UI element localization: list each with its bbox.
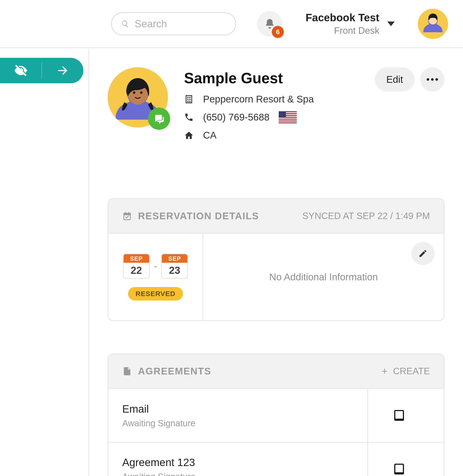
phone-line: (650) 769-5688 bbox=[184, 111, 359, 123]
reservation-card-header: RESERVATION DETAILS SYNCED AT SEP 22 / 1… bbox=[108, 199, 444, 234]
us-flag-icon bbox=[279, 111, 297, 123]
chat-icon bbox=[153, 113, 165, 124]
search-icon bbox=[121, 19, 129, 28]
tablet-icon bbox=[393, 409, 406, 422]
search-box[interactable] bbox=[111, 12, 236, 35]
profile-actions: Edit bbox=[375, 67, 445, 92]
synced-text: SYNCED AT SEP 22 / 1:49 PM bbox=[302, 211, 430, 221]
agreement-title: Agreement 123 bbox=[122, 456, 367, 469]
chevron-down-icon bbox=[387, 22, 395, 26]
date-separator: - bbox=[154, 261, 157, 271]
agreement-device-button[interactable] bbox=[367, 443, 430, 476]
chat-button[interactable] bbox=[148, 108, 170, 130]
profile-header: Sample Guest Peppercorn Resort & Spa (65… bbox=[108, 67, 445, 147]
notifications-button[interactable]: 6 bbox=[257, 11, 282, 36]
calendar-check-icon bbox=[122, 211, 132, 221]
building-icon bbox=[184, 94, 194, 104]
start-month: SEP bbox=[124, 254, 149, 263]
agreements-card: AGREEMENTS CREATE Email Awaiting Signatu… bbox=[108, 353, 445, 476]
profile-info: Sample Guest Peppercorn Resort & Spa (65… bbox=[184, 67, 359, 147]
more-button[interactable] bbox=[420, 67, 445, 92]
hide-button[interactable] bbox=[0, 58, 41, 83]
company-line: Peppercorn Resort & Spa bbox=[184, 94, 359, 105]
account-title: Facebook Test bbox=[306, 12, 379, 24]
document-icon bbox=[122, 366, 132, 376]
main-content: Sample Guest Peppercorn Resort & Spa (65… bbox=[89, 49, 463, 476]
agreement-row[interactable]: Email Awaiting Signature bbox=[108, 389, 444, 442]
arrow-right-icon bbox=[56, 64, 70, 78]
eye-off-icon bbox=[14, 64, 28, 78]
topbar: 6 Facebook Test Front Desk bbox=[0, 0, 463, 48]
end-month: SEP bbox=[162, 254, 187, 263]
plus-icon bbox=[380, 367, 389, 376]
svg-point-3 bbox=[133, 91, 135, 94]
reservation-card-title: RESERVATION DETAILS bbox=[138, 210, 259, 222]
create-label: CREATE bbox=[393, 366, 430, 376]
agreement-row[interactable]: Agreement 123 Awaiting Signature bbox=[108, 442, 444, 476]
create-agreement-button[interactable]: CREATE bbox=[380, 366, 430, 376]
edit-reservation-button[interactable] bbox=[411, 242, 435, 265]
edit-button[interactable]: Edit bbox=[375, 67, 415, 92]
end-day: 23 bbox=[162, 263, 187, 278]
reservation-status: RESERVED bbox=[128, 287, 183, 301]
forward-button[interactable] bbox=[42, 58, 83, 83]
agreements-card-title: AGREEMENTS bbox=[138, 366, 211, 377]
agreement-subtitle: Awaiting Signature bbox=[122, 418, 367, 428]
guest-name: Sample Guest bbox=[184, 70, 359, 87]
more-icon bbox=[427, 78, 438, 81]
phone-text: (650) 769-5688 bbox=[203, 112, 269, 123]
guest-avatar bbox=[108, 67, 168, 127]
company-text: Peppercorn Resort & Spa bbox=[203, 94, 314, 105]
account-switcher[interactable]: Facebook Test Front Desk bbox=[306, 12, 395, 36]
reservation-empty-text: No Additional Information bbox=[269, 272, 378, 283]
end-date: SEP 23 bbox=[161, 253, 188, 279]
reservation-extra: No Additional Information bbox=[203, 234, 444, 320]
reservation-dates: SEP 22 - SEP 23 RESERVED bbox=[108, 234, 203, 320]
user-avatar[interactable] bbox=[418, 9, 448, 39]
home-icon bbox=[184, 130, 194, 140]
start-date: SEP 22 bbox=[123, 253, 150, 279]
agreements-card-header: AGREEMENTS CREATE bbox=[108, 354, 444, 389]
tablet-icon bbox=[393, 463, 406, 476]
agreement-device-button[interactable] bbox=[367, 389, 430, 442]
start-day: 22 bbox=[124, 263, 149, 278]
avatar-illustration bbox=[418, 9, 448, 39]
agreement-subtitle: Awaiting Signature bbox=[122, 472, 367, 476]
agreement-title: Email bbox=[122, 403, 367, 415]
pencil-icon bbox=[418, 249, 427, 258]
reservation-card: RESERVATION DETAILS SYNCED AT SEP 22 / 1… bbox=[108, 198, 445, 321]
account-subtitle: Front Desk bbox=[306, 26, 379, 36]
side-toggle bbox=[0, 58, 83, 83]
location-line: CA bbox=[184, 130, 359, 141]
location-text: CA bbox=[203, 130, 216, 141]
phone-icon bbox=[184, 113, 194, 122]
notifications-count: 6 bbox=[272, 26, 284, 38]
search-input[interactable] bbox=[135, 18, 226, 30]
svg-point-4 bbox=[140, 91, 142, 94]
